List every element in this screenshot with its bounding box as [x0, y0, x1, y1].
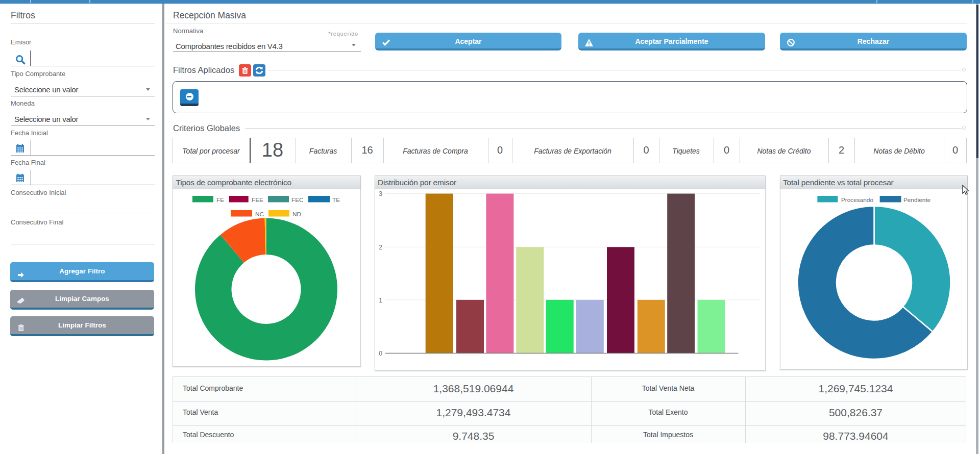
svg-text:Pendiente: Pendiente — [903, 196, 931, 204]
svg-text:1: 1 — [379, 297, 382, 304]
svg-text:FEC: FEC — [291, 196, 304, 204]
svg-text:FE: FE — [216, 196, 224, 204]
svg-text:FEE: FEE — [252, 196, 263, 204]
svg-text:NC: NC — [255, 211, 264, 218]
svg-text:ND: ND — [292, 211, 301, 218]
svg-text:Procesando: Procesando — [841, 196, 873, 204]
svg-text:3: 3 — [379, 190, 382, 197]
svg-text:TE: TE — [332, 196, 340, 204]
svg-text:2: 2 — [379, 244, 382, 251]
svg-text:0: 0 — [379, 350, 382, 357]
